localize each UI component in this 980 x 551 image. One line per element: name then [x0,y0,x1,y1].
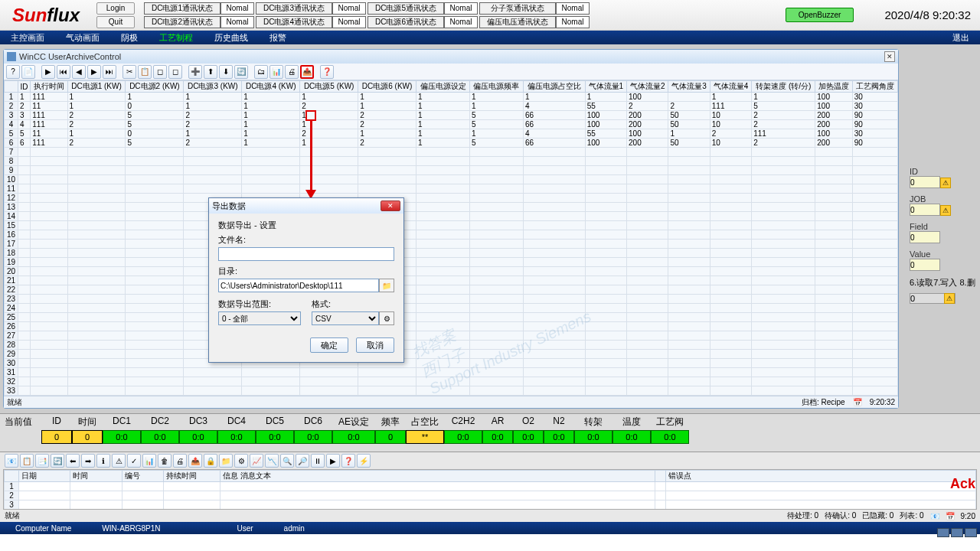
alarm-toolbar-button[interactable]: 📑 [35,454,49,468]
col-header[interactable]: 偏压电源设定 [416,81,470,93]
grid-cell[interactable]: 5 [752,102,815,111]
col-header[interactable]: DC电源2 (KW) [126,81,184,93]
toolbar-button[interactable]: 🖨 [285,65,299,79]
grid-cell[interactable]: 1 [242,139,300,148]
alarm-col-header[interactable]: 日期 [18,471,70,482]
grid-cell[interactable]: 1 [358,102,416,111]
side-value-input[interactable] [910,259,940,271]
login-button[interactable]: Login [96,2,135,15]
dir-input[interactable] [218,279,379,292]
grid-cell[interactable]: 66 [523,120,585,129]
alarm-col-header[interactable]: 时间 [70,471,122,482]
grid-cell[interactable]: 2 [752,120,815,129]
grid-cell[interactable]: 90 [852,120,897,129]
grid-cell[interactable]: 2 [300,129,358,139]
grid-cell[interactable]: 55 [585,129,626,139]
toolbar-button[interactable]: ⬇ [219,65,233,79]
grid-cell[interactable]: 111 [31,93,67,102]
grid-cell[interactable]: 1 [358,129,416,139]
grid-cell[interactable]: 30 [852,102,897,111]
alarm-toolbar-button[interactable]: 📊 [142,454,156,468]
alarm-toolbar-button[interactable]: 🖨 [173,454,187,468]
grid-cell[interactable]: 100 [585,111,626,120]
toolbar-button[interactable]: ❓ [320,65,334,79]
grid-cell[interactable]: 200 [627,111,668,120]
alarm-toolbar-button[interactable]: 📧 [5,454,18,468]
grid-cell[interactable]: 30 [852,129,897,139]
ack-button[interactable]: Ack [950,476,975,492]
nav-tab[interactable]: 工艺制程 [149,32,204,44]
grid-cell[interactable]: 50 [668,139,710,148]
alarm-toolbar-button[interactable]: ❓ [341,454,355,468]
grid-cell[interactable]: 2 [300,102,358,111]
alarm-toolbar-button[interactable]: ▶ [326,454,340,468]
alarm-col-header[interactable]: 错误点 [665,471,976,482]
col-header[interactable]: 加热温度 [815,81,852,93]
grid-cell[interactable]: 1 [300,139,358,148]
grid-cell[interactable]: 5 [126,111,184,120]
grid-cell[interactable]: 4 [523,129,585,139]
toolbar-button[interactable]: 📊 [270,65,283,79]
alarm-toolbar-button[interactable]: ⏸ [311,454,325,468]
col-header[interactable]: 气体流量4 [710,81,751,93]
grid-cell[interactable]: 2 [752,139,815,148]
nav-tab[interactable]: 主控画面 [0,32,55,44]
grid-cell[interactable]: 50 [668,111,710,120]
grid-cell[interactable]: 2 [627,102,668,111]
col-header[interactable]: DC电源1 (KW) [67,81,126,93]
alarm-toolbar-button[interactable]: 🔒 [204,454,217,468]
grid-cell[interactable]: 1 [300,93,358,102]
grid-cell[interactable]: 100 [815,129,852,139]
grid-cell[interactable]: 100 [627,93,668,102]
alarm-toolbar-button[interactable]: 🔎 [296,454,309,468]
grid-cell[interactable]: 1 [416,129,470,139]
alarm-toolbar-button[interactable]: ⚙ [234,454,248,468]
toolbar-button[interactable]: ▶ [41,65,55,79]
col-header[interactable]: 工艺阀角度 [852,81,897,93]
grid-cell[interactable]: 1 [126,93,184,102]
grid-cell[interactable]: 1 [18,93,31,102]
grid-cell[interactable] [668,93,710,102]
grid-cell[interactable]: 111 [31,111,67,120]
alarm-toolbar-button[interactable]: ⚡ [357,454,371,468]
grid-cell[interactable]: 11 [31,102,67,111]
grid-cell[interactable]: 5 [126,139,184,148]
alarm-col-header[interactable] [655,471,666,482]
toolbar-button[interactable]: ▶ [87,65,101,79]
grid-cell[interactable]: 90 [852,111,897,120]
grid-cell[interactable]: 5 [126,120,184,129]
col-header[interactable]: DC电源3 (KW) [184,81,242,93]
col-header[interactable]: 气体流量2 [627,81,668,93]
grid-cell[interactable]: 100 [585,120,626,129]
ok-button[interactable]: 确定 [310,337,348,353]
alarm-col-header[interactable]: 持续时间 [164,471,220,482]
grid-cell[interactable]: 1 [585,93,626,102]
grid-cell[interactable]: 1 [470,93,524,102]
grid-cell[interactable]: 1 [300,120,358,129]
grid-cell[interactable]: 1 [67,102,126,111]
range-select[interactable]: 0 - 全部 [218,311,301,325]
grid-cell[interactable]: 1 [300,111,358,120]
toolbar-button[interactable]: ◀ [72,65,86,79]
nav-tab[interactable]: 气动画面 [55,32,110,44]
toolbar-button[interactable]: ⬆ [204,65,217,79]
grid-cell[interactable]: 1 [358,93,416,102]
toolbar-button[interactable]: 📄 [21,65,35,79]
col-header[interactable]: DC电源4 (KW) [242,81,300,93]
browse-dir-button[interactable]: 📁 [379,279,394,292]
alarm-toolbar-button[interactable]: 🔄 [51,454,64,468]
filename-input[interactable] [218,247,394,261]
toolbar-button[interactable]: 🔄 [234,65,248,79]
grid-cell[interactable]: 2 [668,102,710,111]
grid-cell[interactable]: 200 [815,120,852,129]
grid-cell[interactable]: 2 [358,139,416,148]
toolbar-button[interactable]: ➕ [188,65,202,79]
alarm-col-header[interactable]: 编号 [122,471,164,482]
alarm-toolbar-button[interactable]: 📁 [219,454,233,468]
grid-cell[interactable]: 11 [31,129,67,139]
side-id-input[interactable] [910,176,940,188]
alarm-toolbar-button[interactable]: 🔍 [280,454,294,468]
grid-cell[interactable]: 2 [184,120,242,129]
cancel-button[interactable]: 取消 [356,337,394,353]
grid-cell[interactable]: 2 [358,120,416,129]
